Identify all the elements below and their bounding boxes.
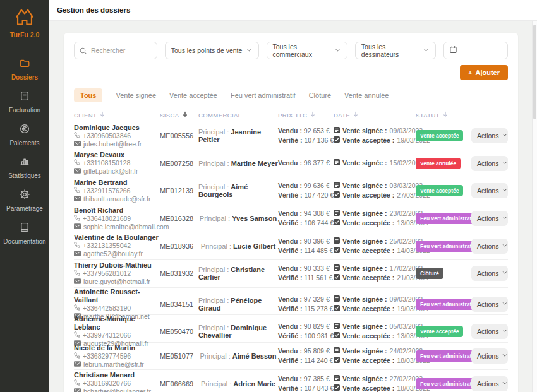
actions-button[interactable]: Actions bbox=[471, 211, 508, 226]
book-icon bbox=[19, 222, 30, 235]
client-phone: +339974312066 bbox=[83, 331, 131, 340]
actions-cell: Actions bbox=[471, 266, 508, 281]
commercial-cell: Principal : Lucie Gilbert bbox=[198, 242, 278, 250]
client-phone: +332911576266 bbox=[83, 187, 130, 195]
client-name: Valentine de la Boulanger bbox=[74, 234, 160, 242]
chevron-down-icon bbox=[502, 242, 508, 250]
column-header-statut[interactable]: STATUT bbox=[416, 111, 471, 119]
column-header-sisca[interactable]: SISCA bbox=[160, 111, 198, 119]
sisca-cell: ME012139 bbox=[160, 187, 198, 194]
tab-vente-acceptee[interactable]: Vente acceptée bbox=[169, 92, 217, 99]
actions-button[interactable]: Actions bbox=[471, 266, 508, 281]
add-button-label: Ajouter bbox=[476, 69, 500, 76]
sidebar-item-dossiers[interactable]: Dossiers bbox=[0, 52, 49, 85]
actions-button[interactable]: Actions bbox=[471, 239, 508, 254]
actions-button[interactable]: Actions bbox=[471, 183, 508, 198]
phone-icon bbox=[74, 352, 80, 360]
table-row: Valentine de la Boulanger+332131355042ag… bbox=[74, 232, 508, 259]
tab-vente-annulee[interactable]: Vente annulée bbox=[344, 92, 389, 99]
status-tabs: Tous Vente signée Vente acceptée Feu ver… bbox=[74, 88, 508, 102]
client-email: jules.hubert@free.fr bbox=[83, 140, 142, 148]
sidebar-item-documentation[interactable]: Documentation bbox=[0, 217, 49, 249]
phone-icon bbox=[74, 379, 80, 388]
tab-feu-vert-administratif[interactable]: Feu vert administratif bbox=[231, 92, 296, 99]
client-cell: Adrienne-Monique Leblanc+339974312066aug… bbox=[74, 315, 160, 348]
prix-cell: Vendu : 90 829 €Vérifié : 100 981 € bbox=[278, 322, 334, 341]
prix-cell: Vendu : 95 809 €Vérifié : 114 240 € bbox=[278, 347, 334, 365]
add-button[interactable]: + Ajouter bbox=[460, 65, 508, 80]
points-de-vente-select[interactable]: Tous les points de vente bbox=[165, 42, 259, 59]
tab-cloture[interactable]: Clôturé bbox=[309, 92, 331, 99]
dessinateurs-select[interactable]: Tous les dessinateurs bbox=[355, 42, 436, 59]
chevron-down-icon bbox=[423, 47, 430, 55]
actions-button[interactable]: Actions bbox=[471, 376, 508, 391]
chevron-down-icon bbox=[502, 132, 508, 140]
sisca-cell: ME051077 bbox=[160, 352, 198, 360]
mail-icon bbox=[74, 360, 81, 369]
prix-cell: Vendu : 92 653 €Vérifié : 107 136 € bbox=[278, 126, 334, 145]
phone-icon bbox=[74, 215, 80, 223]
accepted-date-icon bbox=[334, 384, 340, 392]
status-badge: Feu vert administratif bbox=[416, 241, 479, 252]
sisca-cell: ME031932 bbox=[160, 270, 198, 277]
date-cell: Vente signée : 23/02/2022Vente acceptée … bbox=[334, 209, 416, 228]
filter-bar: Tous les points de vente Tous les commer… bbox=[74, 42, 508, 59]
column-header-date[interactable]: DATE bbox=[334, 111, 416, 119]
actions-button[interactable]: Actions bbox=[471, 297, 508, 312]
client-cell: Christiane Menard+338169320766bchartier@… bbox=[74, 371, 160, 392]
accepted-date-icon bbox=[334, 218, 340, 228]
client-phone: +336829774596 bbox=[83, 352, 131, 360]
actions-button[interactable]: Actions bbox=[471, 128, 508, 143]
tab-vente-signee[interactable]: Vente signée bbox=[116, 92, 156, 99]
commerciaux-select[interactable]: Tous les commerciaux bbox=[267, 42, 347, 59]
signed-date-icon bbox=[334, 126, 340, 136]
client-email: gillet.patrick@sfr.fr bbox=[83, 167, 138, 175]
house-logo-icon bbox=[11, 17, 38, 28]
statut-cell: Clôturé bbox=[416, 268, 471, 279]
sidebar-item-facturation[interactable]: Facturation bbox=[0, 85, 49, 118]
chevron-down-icon bbox=[502, 380, 508, 388]
client-cell: Dominique Jacques+330960503846jules.hube… bbox=[74, 124, 160, 148]
client-name: Maryse Devaux bbox=[74, 151, 160, 159]
actions-cell: Actions bbox=[471, 348, 508, 364]
add-row: + Ajouter bbox=[74, 65, 508, 80]
scrollbar-thumb[interactable] bbox=[533, 25, 536, 119]
column-header-prix-ttc[interactable]: PRIX TTC bbox=[278, 111, 334, 119]
sort-arrow-icon bbox=[183, 111, 188, 119]
commercial-cell: Principal : Yves Samson bbox=[198, 215, 278, 222]
gear-icon bbox=[19, 189, 30, 203]
sidebar-item-label: Documentation bbox=[3, 238, 45, 245]
client-email: agathe52@boulay.fr bbox=[83, 250, 143, 258]
chevron-down-icon bbox=[502, 352, 508, 360]
signed-date-icon bbox=[334, 237, 340, 246]
actions-button[interactable]: Actions bbox=[471, 348, 508, 364]
accepted-date-icon bbox=[334, 273, 340, 283]
actions-button[interactable]: Actions bbox=[471, 324, 508, 339]
page-scrollbar[interactable] bbox=[532, 21, 537, 392]
actions-cell: Actions bbox=[471, 183, 508, 198]
signed-date-icon bbox=[334, 264, 340, 273]
actions-button[interactable]: Actions bbox=[471, 156, 508, 171]
date-cell: Vente signée : 15/02/2022 bbox=[334, 158, 416, 168]
prix-cell: Vendu : 90 396 €Vérifié : 114 485 € bbox=[278, 237, 334, 256]
status-badge: Vente annulée bbox=[416, 158, 461, 169]
sidebar-item-parametrage[interactable]: Paramétrage bbox=[0, 184, 49, 217]
sidebar-item-statistiques[interactable]: Statistiques bbox=[0, 151, 49, 184]
tab-tous[interactable]: Tous bbox=[74, 88, 102, 102]
client-name: Christiane Menard bbox=[74, 371, 160, 379]
column-header-client[interactable]: CLIENT bbox=[74, 111, 160, 119]
table-row: Maryse Devaux+331108150128gillet.patrick… bbox=[74, 150, 508, 177]
chevron-down-icon bbox=[502, 300, 508, 308]
client-phone: +332131355042 bbox=[83, 242, 131, 250]
actions-cell: Actions bbox=[471, 239, 508, 254]
sidebar-item-label: Paramétrage bbox=[6, 205, 43, 212]
date-cell: Vente signée : 09/03/2022Vente acceptée … bbox=[334, 295, 416, 314]
signed-date-icon bbox=[334, 322, 340, 331]
client-cell: Marine Bertrand+332911576266thibault.arn… bbox=[74, 179, 160, 203]
mail-icon bbox=[74, 140, 81, 148]
sidebar-item-paiements[interactable]: Paiements bbox=[0, 118, 49, 151]
date-filter[interactable] bbox=[443, 42, 508, 59]
sort-arrow-icon bbox=[353, 111, 358, 119]
mail-icon bbox=[74, 223, 81, 231]
prix-cell: Vendu : 99 636 €Vérifié : 107 420 € bbox=[278, 181, 334, 200]
